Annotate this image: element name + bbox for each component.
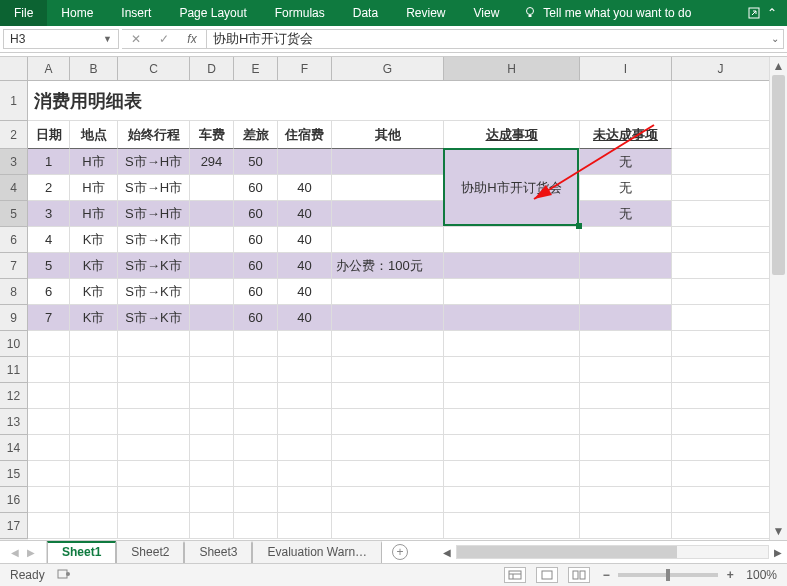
cell-B2[interactable]: 地点 [70,121,118,149]
cell-bg[interactable] [234,331,278,357]
cell-bg[interactable] [278,383,332,409]
scroll-left-icon[interactable]: ◀ [438,547,456,558]
cell-bg[interactable] [234,461,278,487]
cell-bg[interactable] [234,513,278,539]
cell-E5[interactable]: 60 [234,201,278,227]
cell-bg[interactable] [672,201,770,227]
cell-bg[interactable] [580,461,672,487]
cell-bg[interactable] [580,513,672,539]
cell-bg[interactable] [672,81,770,121]
cell-bg[interactable] [672,149,770,175]
cell-bg[interactable] [118,357,190,383]
cell-bg[interactable] [118,435,190,461]
cell-bg[interactable] [190,435,234,461]
cell-bg[interactable] [70,487,118,513]
col-header-J[interactable]: J [672,57,770,81]
col-header-F[interactable]: F [278,57,332,81]
zoom-thumb[interactable] [666,569,670,581]
row-header-15[interactable]: 15 [0,461,28,487]
col-header-B[interactable]: B [70,57,118,81]
cell-bg[interactable] [672,513,770,539]
cell-D5[interactable] [190,201,234,227]
row-header-1[interactable]: 1 [0,81,28,121]
cell-bg[interactable] [190,513,234,539]
cell-bg[interactable] [332,487,444,513]
cell-bg[interactable] [234,383,278,409]
cell-bg[interactable] [580,331,672,357]
sheet-tab-2[interactable]: Sheet3 [184,541,252,563]
cell-C4[interactable]: S市→H市 [118,175,190,201]
cell-bg[interactable] [332,409,444,435]
cell-bg[interactable] [580,487,672,513]
cell-E3[interactable]: 50 [234,149,278,175]
cell-bg[interactable] [580,383,672,409]
row-header-11[interactable]: 11 [0,357,28,383]
cell-bg[interactable] [234,409,278,435]
horizontal-scroll-thumb[interactable] [457,546,677,558]
select-all-corner[interactable] [0,57,28,81]
cell-bg[interactable] [28,383,70,409]
horizontal-scrollbar[interactable]: ◀ ▶ [438,541,787,563]
cell-bg[interactable] [278,487,332,513]
row-header-17[interactable]: 17 [0,513,28,539]
cell-bg[interactable] [118,461,190,487]
row-header-12[interactable]: 12 [0,383,28,409]
sheet-tab-1[interactable]: Sheet2 [116,541,184,563]
cell-bg[interactable] [332,383,444,409]
cell-bg[interactable] [118,383,190,409]
cell-I8[interactable] [580,279,672,305]
cell-A1[interactable]: 消费用明细表 [28,81,672,121]
cell-B8[interactable]: K市 [70,279,118,305]
cell-I3[interactable]: 无 [580,149,672,175]
cell-bg[interactable] [672,357,770,383]
cell-bg[interactable] [672,175,770,201]
cell-F9[interactable]: 40 [278,305,332,331]
cell-B3[interactable]: H市 [70,149,118,175]
cell-I6[interactable] [580,227,672,253]
cell-bg[interactable] [672,435,770,461]
row-header-4[interactable]: 4 [0,175,28,201]
cell-G7[interactable]: 办公费：100元 [332,253,444,279]
cell-bg[interactable] [444,435,580,461]
sheet-tab-0[interactable]: Sheet1 [47,541,116,563]
cell-bg[interactable] [444,513,580,539]
cell-bg[interactable] [28,487,70,513]
cell-bg[interactable] [28,357,70,383]
cell-H8[interactable] [444,279,580,305]
cell-bg[interactable] [190,331,234,357]
cell-E8[interactable]: 60 [234,279,278,305]
cell-bg[interactable] [234,357,278,383]
cell-E7[interactable]: 60 [234,253,278,279]
tell-me[interactable]: Tell me what you want to do [513,0,701,26]
col-header-D[interactable]: D [190,57,234,81]
cell-bg[interactable] [278,435,332,461]
row-header-9[interactable]: 9 [0,305,28,331]
row-header-16[interactable]: 16 [0,487,28,513]
cell-bg[interactable] [672,253,770,279]
cell-bg[interactable] [332,435,444,461]
cell-B9[interactable]: K市 [70,305,118,331]
cell-I5[interactable]: 无 [580,201,672,227]
cell-bg[interactable] [444,409,580,435]
cell-F3[interactable] [278,149,332,175]
scroll-down-icon[interactable]: ▼ [770,522,787,540]
cell-bg[interactable] [672,383,770,409]
cell-bg[interactable] [444,357,580,383]
cell-bg[interactable] [672,331,770,357]
cell-D8[interactable] [190,279,234,305]
row-header-10[interactable]: 10 [0,331,28,357]
cell-G3[interactable] [332,149,444,175]
cell-bg[interactable] [278,357,332,383]
cell-A4[interactable]: 2 [28,175,70,201]
cell-D9[interactable] [190,305,234,331]
cell-D7[interactable] [190,253,234,279]
row-header-8[interactable]: 8 [0,279,28,305]
cell-B5[interactable]: H市 [70,201,118,227]
accept-formula-button[interactable]: ✓ [150,30,178,48]
vertical-scroll-thumb[interactable] [772,75,785,275]
cell-H3-merged[interactable]: 协助H市开订货会 [444,149,580,227]
row-header-13[interactable]: 13 [0,409,28,435]
row-header-5[interactable]: 5 [0,201,28,227]
cell-bg[interactable] [190,383,234,409]
cell-bg[interactable] [278,461,332,487]
